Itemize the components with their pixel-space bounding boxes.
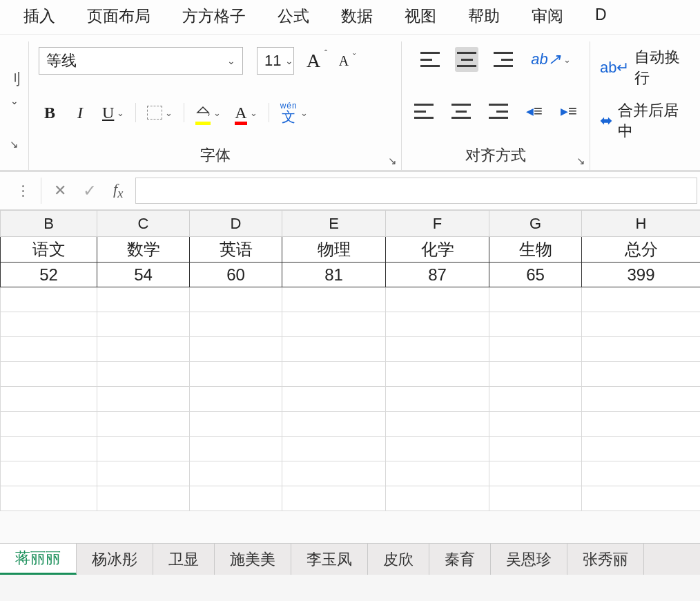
chevron-down-icon: ⌄ — [165, 108, 173, 118]
menu-view[interactable]: 视图 — [405, 6, 436, 27]
shrink-font-button[interactable]: Aˇ — [333, 48, 355, 73]
cell[interactable]: 英语 — [190, 237, 282, 263]
column-header-row: B C D E F G H — [1, 211, 701, 237]
increase-indent-icon: ▶ — [561, 106, 568, 117]
align-left-icon — [414, 104, 434, 119]
menu-pagelayout[interactable]: 页面布局 — [87, 6, 150, 27]
sheet-tab[interactable]: 秦育 — [429, 544, 491, 575]
alignment-group: ab↗ ⌄ ◀≡ ▶≡ 对齐方式 ↘ — [402, 41, 590, 170]
decrease-indent-button[interactable]: ◀≡ — [523, 99, 545, 124]
sheet-tabs: 蒋丽丽 杨冰彤 卫显 施美美 李玉凤 皮欣 秦育 吴恩珍 张秀丽 — [0, 543, 700, 575]
clipboard-group: 刂 ⌄ ↘ — [0, 41, 29, 170]
sheet-tab[interactable]: 蒋丽丽 — [0, 544, 77, 575]
chevron-down-icon: ⌄ — [285, 55, 293, 66]
font-size-select[interactable]: 11 ⌄ — [257, 47, 294, 75]
formula-input[interactable] — [135, 178, 697, 204]
wrap-text-label: 自动换行 — [634, 47, 690, 88]
cell[interactable]: 语文 — [1, 237, 97, 263]
align-top-button[interactable] — [418, 47, 443, 72]
merge-center-icon: ⬌ — [600, 112, 612, 130]
menu-insert[interactable]: 插入 — [23, 6, 55, 27]
col-header[interactable]: C — [97, 211, 190, 237]
sheet-tab[interactable]: 皮欣 — [368, 544, 429, 575]
phonetic-guide-button[interactable]: wén文 ⌄ — [278, 100, 311, 125]
col-header[interactable]: G — [489, 211, 582, 237]
chevron-down-icon: ⌄ — [300, 108, 308, 118]
paste-partial-icon[interactable]: 刂 — [7, 69, 22, 90]
sheet-tab[interactable]: 张秀丽 — [567, 544, 644, 575]
align-center-button[interactable] — [449, 99, 474, 124]
font-color-button[interactable]: A ⌄ — [232, 100, 260, 125]
cell[interactable]: 54 — [97, 263, 190, 287]
cell[interactable]: 生物 — [489, 237, 582, 263]
col-header[interactable]: E — [282, 211, 386, 237]
paste-dropdown-icon[interactable]: ⌄ — [10, 95, 19, 106]
wrap-text-icon: ab↵ — [600, 59, 629, 77]
cell[interactable]: 物理 — [282, 237, 386, 263]
align-middle-icon — [457, 52, 476, 67]
cell[interactable]: 总分 — [582, 237, 701, 263]
orientation-button[interactable]: ab↗ ⌄ — [528, 47, 573, 72]
align-right-icon — [489, 104, 508, 119]
align-center-icon — [451, 104, 471, 119]
chevron-down-icon: ⌄ — [227, 55, 235, 66]
underline-button[interactable]: U ⌄ — [99, 100, 127, 125]
menu-fanggezi[interactable]: 方方格子 — [182, 6, 246, 27]
cell[interactable]: 60 — [190, 263, 282, 287]
font-name-select[interactable]: 等线 ⌄ — [39, 47, 243, 75]
status-bar — [0, 575, 700, 601]
col-header[interactable]: B — [1, 211, 97, 237]
alignment-dialog-launcher-icon[interactable]: ↘ — [576, 155, 585, 167]
col-header[interactable]: H — [582, 211, 701, 237]
font-group: 等线 ⌄ 11 ⌄ Aˆ Aˇ B I U ⌄ ⌄ — [29, 41, 402, 170]
bold-button[interactable]: B — [39, 100, 61, 125]
chevron-down-icon: ⌄ — [213, 108, 221, 118]
chevron-down-icon: ⌄ — [563, 55, 571, 65]
menu-review[interactable]: 审阅 — [532, 6, 563, 27]
font-dialog-launcher-icon[interactable]: ↘ — [388, 155, 397, 167]
cell[interactable]: 399 — [582, 263, 701, 287]
borders-icon — [147, 106, 162, 120]
fill-color-button[interactable]: ⌄ — [193, 100, 224, 125]
fill-color-icon — [195, 104, 211, 122]
cell[interactable]: 数学 — [97, 237, 190, 263]
wrap-text-button[interactable]: ab↵ 自动换行 — [600, 47, 690, 88]
sheet-tab[interactable]: 吴恩珍 — [491, 544, 567, 575]
align-bottom-icon — [494, 52, 513, 67]
clipboard-launcher-icon[interactable]: ↘ — [10, 138, 19, 151]
merge-center-label: 合并后居中 — [618, 100, 690, 142]
accept-entry-button[interactable]: ✓ — [83, 181, 97, 200]
insert-function-button[interactable]: fx — [113, 180, 123, 201]
menu-help[interactable]: 帮助 — [468, 6, 500, 27]
name-box-handle[interactable] — [6, 178, 41, 204]
font-color-icon: A — [235, 104, 246, 122]
increase-indent-button[interactable]: ▶≡ — [558, 99, 580, 124]
spreadsheet-grid[interactable]: B C D E F G H 语文 数学 英语 物理 化学 生物 总分 52 54… — [0, 210, 700, 511]
menu-cut-d[interactable]: D — [595, 6, 607, 27]
cell[interactable]: 52 — [1, 263, 97, 287]
menu-data[interactable]: 数据 — [341, 6, 373, 27]
menu-formula[interactable]: 公式 — [278, 6, 309, 27]
cell[interactable]: 65 — [489, 263, 582, 287]
cell[interactable]: 81 — [282, 263, 386, 287]
borders-button[interactable]: ⌄ — [144, 100, 175, 125]
align-left-button[interactable] — [411, 99, 436, 124]
col-header[interactable]: D — [190, 211, 282, 237]
font-size-value: 11 — [264, 52, 281, 70]
font-group-label: 字体 — [39, 141, 391, 167]
cancel-entry-button[interactable]: ✕ — [54, 182, 66, 200]
grow-font-button[interactable]: Aˆ — [302, 48, 324, 73]
sheet-tab[interactable]: 李玉凤 — [291, 544, 368, 575]
sheet-tab[interactable]: 卫显 — [153, 544, 215, 575]
cell[interactable]: 化学 — [386, 237, 489, 263]
align-right-button[interactable] — [486, 99, 511, 124]
cell[interactable]: 87 — [386, 263, 489, 287]
col-header[interactable]: F — [386, 211, 489, 237]
align-bottom-button[interactable] — [491, 47, 516, 72]
italic-button[interactable]: I — [69, 100, 91, 125]
phonetic-icon: wén文 — [280, 102, 298, 124]
merge-center-button[interactable]: ⬌ 合并后居中 — [600, 100, 690, 142]
align-middle-button[interactable] — [455, 47, 478, 72]
sheet-tab[interactable]: 杨冰彤 — [77, 544, 153, 575]
sheet-tab[interactable]: 施美美 — [215, 544, 291, 575]
